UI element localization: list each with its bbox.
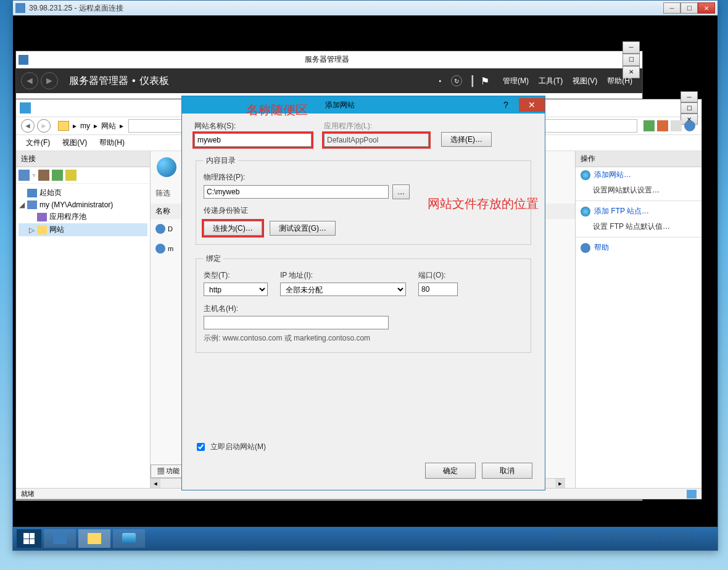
minimize-button[interactable]: ─ [663, 2, 680, 14]
ok-button[interactable]: 确定 [425, 463, 476, 479]
scroll-left[interactable]: ◄ [151, 479, 160, 488]
add-website-dialog: 添加网站 ? ✕ 网站名称(S): 应用程序池(L): 选择(E)… [181, 96, 545, 490]
rdc-icon [15, 3, 25, 13]
sitename-label: 网站名称(S): [194, 121, 312, 131]
status-icon [687, 490, 697, 498]
refresh-icon[interactable]: ↻ [451, 75, 462, 86]
sm-menu-view[interactable]: 视图(V) [568, 73, 602, 89]
action-set-website-defaults[interactable]: 设置网站默认设置… [576, 183, 701, 198]
start-now-checkbox[interactable] [197, 443, 205, 451]
tree-sites[interactable]: 网站 [49, 225, 64, 235]
ip-select[interactable]: 全部未分配 [280, 283, 406, 296]
dialog-title: 添加网站 [187, 100, 493, 110]
help-icon[interactable] [684, 120, 695, 131]
action-add-website[interactable]: 添加网站… [576, 167, 701, 183]
folder-icon [58, 121, 69, 131]
type-select[interactable]: http [204, 283, 268, 296]
rdc-titlebar[interactable]: 39.98.231.25 - 远程桌面连接 ─ ☐ ✕ [13, 1, 718, 15]
go-icon[interactable] [643, 120, 655, 131]
action-add-ftp[interactable]: 添加 FTP 站点… [576, 204, 701, 219]
sm-menu-help[interactable]: 帮助(H) [602, 73, 637, 89]
sm-header: ◄ ► 服务器管理器 • 仪表板 • ↻ ┃ ⚑ 管理(M) 工具(T) 视图(… [16, 68, 642, 93]
tree-server[interactable]: my (MY\Administrator) [39, 200, 113, 209]
flag-icon[interactable]: ⚑ [481, 75, 489, 87]
test-settings-button[interactable]: 测试设置(G)… [270, 221, 336, 236]
actions-pane: 操作 添加网站… 设置网站默认设置… 添加 FTP 站点… 设置 FTP 站点默… [575, 151, 701, 488]
sm-breadcrumb1: 服务器管理器 [69, 75, 128, 88]
iis-maximize-button[interactable]: ☐ [680, 102, 698, 114]
action-help[interactable]: 帮助 [576, 240, 701, 255]
taskbar-server-manager[interactable] [44, 529, 76, 548]
physpath-input[interactable] [204, 185, 389, 199]
iis-minimize-button[interactable]: ─ [680, 91, 698, 102]
close-button[interactable]: ✕ [698, 2, 715, 14]
connect-as-button[interactable]: 连接为(C)… [204, 221, 262, 236]
sm-titlebar[interactable]: 服务器管理器 ─ ☐ ✕ [16, 51, 642, 68]
sm-title: 服务器管理器 [31, 54, 623, 65]
binding-fieldset: 绑定 类型(T): http IP 地址(I): 全部未分配 端口(O): [196, 254, 531, 353]
connections-header: 连接 [16, 151, 150, 167]
apppool-input [324, 133, 429, 147]
sites-icon [157, 157, 176, 177]
hostname-label: 主机名(H): [204, 304, 523, 314]
hostname-example: 示例: www.contoso.com 或 marketing.contoso.… [204, 333, 523, 344]
taskbar-explorer[interactable] [78, 529, 110, 548]
hostname-input[interactable] [204, 316, 389, 329]
content-legend: 内容目录 [204, 155, 238, 166]
sm-back-button[interactable]: ◄ [21, 72, 38, 89]
sm-icon [19, 55, 28, 65]
port-input[interactable] [418, 283, 458, 296]
action-set-ftp-defaults[interactable]: 设置 FTP 站点默认值… [576, 219, 701, 234]
expand-icon[interactable] [65, 170, 77, 181]
iis-crumb2[interactable]: 网站 [101, 121, 116, 131]
sm-maximize-button[interactable]: ☐ [623, 54, 640, 66]
menu-file[interactable]: 文件(F) [21, 136, 55, 150]
iis-crumb1[interactable]: my [80, 122, 90, 130]
type-label: 类型(T): [204, 270, 271, 281]
refresh-tree-icon[interactable] [52, 170, 63, 181]
start-button[interactable] [17, 529, 41, 548]
dialog-close-button[interactable]: ✕ [519, 98, 545, 112]
site-item[interactable]: D [155, 224, 173, 234]
iis-icon [20, 102, 31, 114]
maximize-button[interactable]: ☐ [680, 2, 698, 14]
sm-menu-manage[interactable]: 管理(M) [498, 73, 534, 89]
rdc-title: 39.98.231.25 - 远程桌面连接 [29, 3, 123, 14]
watermark: https://blog.csdn.net/qq_41004 [555, 531, 691, 540]
passauth-label: 传递身份验证 [204, 205, 523, 216]
stop-icon[interactable] [657, 120, 668, 131]
iis-forward-button[interactable]: ► [37, 119, 51, 133]
physpath-label: 物理路径(P): [204, 172, 523, 183]
tree-apppools[interactable]: 应用程序池 [49, 212, 86, 222]
sm-menu-tools[interactable]: 工具(T) [534, 73, 568, 89]
tree-start[interactable]: 起始页 [39, 188, 62, 198]
actions-header: 操作 [576, 151, 701, 167]
select-apppool-button[interactable]: 选择(E)… [441, 132, 492, 147]
sm-breadcrumb2: 仪表板 [139, 75, 169, 88]
dialog-titlebar[interactable]: 添加网站 ? ✕ [182, 96, 545, 114]
iis-back-button[interactable]: ◄ [21, 119, 35, 133]
iis-tree[interactable]: 起始页 ◢my (MY\Administrator) 应用程序池 ▷网站 [16, 184, 150, 239]
rdc-window: 39.98.231.25 - 远程桌面连接 ─ ☐ ✕ 服务器管理器 ─ ☐ ✕… [12, 0, 718, 551]
home-icon[interactable] [671, 120, 682, 131]
taskbar-iis[interactable] [113, 529, 145, 548]
filter-label: 筛选 [155, 189, 170, 197]
port-label: 端口(O): [418, 270, 468, 281]
scroll-right[interactable]: ► [555, 479, 565, 488]
binding-legend: 绑定 [204, 254, 223, 264]
menu-help[interactable]: 帮助(H) [94, 136, 130, 150]
content-fieldset: 内容目录 物理路径(P): … 传递身份验证 连接为(C)… 测试设置(G)… [196, 155, 531, 245]
dialog-help-button[interactable]: ? [493, 98, 519, 112]
ip-label: IP 地址(I): [280, 270, 410, 281]
browse-button[interactable]: … [392, 184, 410, 199]
connect-icon[interactable] [19, 170, 30, 181]
start-now-label: 立即启动网站(M) [210, 442, 266, 452]
sitename-input[interactable] [194, 133, 312, 147]
menu-view[interactable]: 视图(V) [57, 136, 92, 150]
sm-forward-button[interactable]: ► [41, 72, 58, 89]
cancel-button[interactable]: 取消 [482, 463, 532, 479]
sm-minimize-button[interactable]: ─ [623, 41, 640, 54]
save-icon[interactable] [38, 170, 49, 181]
connections-pane: 连接 ▾ 起始页 ◢my (MY\Administrator) 应用程序池 ▷网… [16, 151, 151, 488]
site-item[interactable]: m [155, 244, 173, 254]
